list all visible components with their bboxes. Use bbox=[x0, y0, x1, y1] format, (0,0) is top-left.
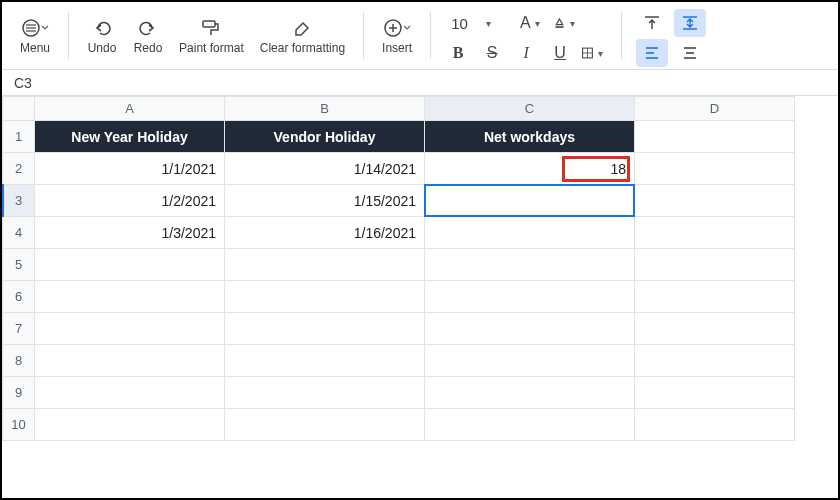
row-header[interactable]: 10 bbox=[3, 409, 35, 441]
bold-button[interactable]: B bbox=[445, 40, 471, 66]
cell-A5[interactable] bbox=[35, 249, 225, 281]
row-header[interactable]: 9 bbox=[3, 377, 35, 409]
cell-D4[interactable] bbox=[635, 217, 795, 249]
spreadsheet-grid[interactable]: A B C D 1 New Year Holiday Vendor Holida… bbox=[2, 96, 838, 441]
borders-button[interactable]: ▾ bbox=[581, 40, 607, 66]
cell-C3[interactable] bbox=[425, 185, 635, 217]
table-row: 5 bbox=[3, 249, 795, 281]
clear-formatting-label: Clear formatting bbox=[260, 41, 345, 55]
cell-D7[interactable] bbox=[635, 313, 795, 345]
strikethrough-button[interactable]: S bbox=[479, 40, 505, 66]
table-row: 3 1/2/2021 1/15/2021 bbox=[3, 185, 795, 217]
cell-D9[interactable] bbox=[635, 377, 795, 409]
italic-button[interactable]: I bbox=[513, 40, 539, 66]
cell-D5[interactable] bbox=[635, 249, 795, 281]
row-header[interactable]: 7 bbox=[3, 313, 35, 345]
cell-A7[interactable] bbox=[35, 313, 225, 345]
clear-formatting-button[interactable]: Clear formatting bbox=[252, 8, 353, 63]
menu-button[interactable]: Menu bbox=[12, 8, 58, 63]
col-header-A[interactable]: A bbox=[35, 97, 225, 121]
row-header[interactable]: 3 bbox=[3, 185, 35, 217]
insert-button[interactable]: Insert bbox=[374, 8, 420, 63]
cell-A9[interactable] bbox=[35, 377, 225, 409]
cell-B10[interactable] bbox=[225, 409, 425, 441]
select-all-corner[interactable] bbox=[3, 97, 35, 121]
chevron-down-icon[interactable]: ▾ bbox=[482, 18, 495, 29]
cell-C6[interactable] bbox=[425, 281, 635, 313]
cell-A8[interactable] bbox=[35, 345, 225, 377]
col-header-C[interactable]: C bbox=[425, 97, 635, 121]
undo-button[interactable]: Undo bbox=[79, 8, 125, 63]
svg-rect-4 bbox=[203, 21, 215, 27]
fill-color-button[interactable]: ▾ bbox=[553, 10, 579, 36]
font-size-value[interactable]: 10 bbox=[445, 15, 474, 32]
col-header-D[interactable]: D bbox=[635, 97, 795, 121]
cell-C1[interactable]: Net workdays bbox=[425, 121, 635, 153]
cell-C10[interactable] bbox=[425, 409, 635, 441]
cell-D6[interactable] bbox=[635, 281, 795, 313]
name-box[interactable]: C3 bbox=[2, 70, 838, 96]
cell-D3[interactable] bbox=[635, 185, 795, 217]
row-header[interactable]: 1 bbox=[3, 121, 35, 153]
row-header[interactable]: 8 bbox=[3, 345, 35, 377]
undo-icon bbox=[92, 17, 112, 39]
cell-A4[interactable]: 1/3/2021 bbox=[35, 217, 225, 249]
table-row: 8 bbox=[3, 345, 795, 377]
cell-B7[interactable] bbox=[225, 313, 425, 345]
cell-C8[interactable] bbox=[425, 345, 635, 377]
row-header[interactable]: 6 bbox=[3, 281, 35, 313]
cell-C2-value: 18 bbox=[610, 161, 626, 177]
table-row: 4 1/3/2021 1/16/2021 bbox=[3, 217, 795, 249]
text-color-button[interactable]: A▾ bbox=[519, 10, 545, 36]
row-header[interactable]: 5 bbox=[3, 249, 35, 281]
cell-B3[interactable]: 1/15/2021 bbox=[225, 185, 425, 217]
vertical-align-middle-button[interactable] bbox=[674, 9, 706, 37]
underline-button[interactable]: U bbox=[547, 40, 573, 66]
row-header[interactable]: 4 bbox=[3, 217, 35, 249]
name-box-value: C3 bbox=[14, 75, 32, 91]
paint-format-button[interactable]: Paint format bbox=[171, 8, 252, 63]
undo-label: Undo bbox=[88, 41, 117, 55]
menu-icon bbox=[21, 17, 49, 39]
row-header[interactable]: 2 bbox=[3, 153, 35, 185]
cell-C5[interactable] bbox=[425, 249, 635, 281]
cell-B9[interactable] bbox=[225, 377, 425, 409]
cell-B6[interactable] bbox=[225, 281, 425, 313]
cell-B5[interactable] bbox=[225, 249, 425, 281]
cell-A10[interactable] bbox=[35, 409, 225, 441]
cell-C4[interactable] bbox=[425, 217, 635, 249]
cell-C2[interactable]: 18 bbox=[425, 153, 635, 185]
menu-label: Menu bbox=[20, 41, 50, 55]
cell-D2[interactable] bbox=[635, 153, 795, 185]
table-row: 2 1/1/2021 1/14/2021 18 bbox=[3, 153, 795, 185]
cell-D10[interactable] bbox=[635, 409, 795, 441]
cell-B8[interactable] bbox=[225, 345, 425, 377]
cell-D8[interactable] bbox=[635, 345, 795, 377]
cell-B2[interactable]: 1/14/2021 bbox=[225, 153, 425, 185]
plus-circle-icon bbox=[383, 17, 411, 39]
eraser-icon bbox=[291, 17, 313, 39]
column-headers-row: A B C D bbox=[3, 97, 795, 121]
cell-B1[interactable]: Vendor Holiday bbox=[225, 121, 425, 153]
cell-A3[interactable]: 1/2/2021 bbox=[35, 185, 225, 217]
vertical-align-top-button[interactable] bbox=[636, 9, 668, 37]
cell-A2[interactable]: 1/1/2021 bbox=[35, 153, 225, 185]
col-header-B[interactable]: B bbox=[225, 97, 425, 121]
cell-D1[interactable] bbox=[635, 121, 795, 153]
toolbar: Menu Undo Redo Paint format Clear f bbox=[2, 2, 838, 70]
redo-button[interactable]: Redo bbox=[125, 8, 171, 63]
cell-C7[interactable] bbox=[425, 313, 635, 345]
cell-C9[interactable] bbox=[425, 377, 635, 409]
cell-A6[interactable] bbox=[35, 281, 225, 313]
table-row: 9 bbox=[3, 377, 795, 409]
align-left-button[interactable] bbox=[636, 39, 668, 67]
paint-roller-icon bbox=[200, 17, 222, 39]
align-center-button[interactable] bbox=[674, 39, 706, 67]
table-row: 7 bbox=[3, 313, 795, 345]
cell-B4[interactable]: 1/16/2021 bbox=[225, 217, 425, 249]
svg-rect-8 bbox=[555, 26, 563, 28]
table-row: 1 New Year Holiday Vendor Holiday Net wo… bbox=[3, 121, 795, 153]
cell-A1[interactable]: New Year Holiday bbox=[35, 121, 225, 153]
table-row: 6 bbox=[3, 281, 795, 313]
redo-icon bbox=[138, 17, 158, 39]
